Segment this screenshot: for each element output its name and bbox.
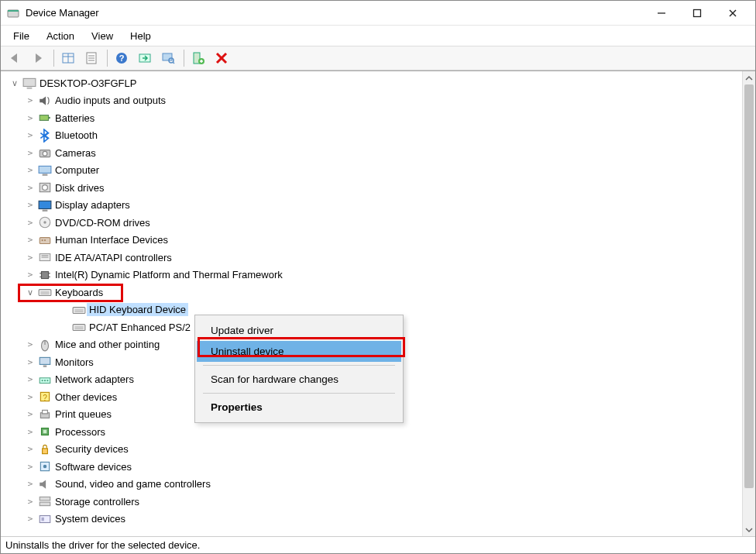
tree-item-label: Security devices [55,443,129,455]
tree-item-label: Disk drives [55,182,105,194]
tree-item[interactable]: Security devices [2,441,741,459]
svg-rect-70 [43,410,48,414]
expand-toggle[interactable] [24,270,36,280]
expand-toggle[interactable] [24,497,36,507]
tree-item[interactable]: Display adapters [2,197,741,215]
back-button[interactable] [4,47,26,69]
tree-item-label: Audio inputs and outputs [55,95,166,106]
expand-toggle[interactable] [24,253,36,263]
expand-toggle[interactable] [24,183,36,193]
expand-toggle[interactable] [24,113,36,123]
minimize-button[interactable] [644,2,679,25]
expand-toggle[interactable] [24,462,36,472]
tree-item-label: System devices [55,513,125,525]
tree-item[interactable]: Computer [2,162,741,180]
show-hidden-button[interactable] [57,47,79,69]
tree-item-label: Processors [55,426,105,438]
forward-button[interactable] [27,47,49,69]
menu-help[interactable]: Help [122,29,160,43]
tree-item[interactable]: DVD/CD-ROM drives [2,214,741,232]
tree-item[interactable]: Human Interface Devices [2,232,741,249]
tree-item[interactable]: IDE ATA/ATAPI controllers [2,249,741,267]
expand-toggle[interactable] [24,339,36,349]
maximize-button[interactable] [679,2,715,25]
scan-hardware-button[interactable] [157,47,179,69]
tree-item[interactable]: Disk drives [2,179,741,197]
app-icon [7,7,19,19]
ctx-update-driver[interactable]: Update driver [197,320,401,341]
svg-point-40 [42,239,43,241]
cpu-icon [38,425,52,438]
expand-toggle[interactable] [24,374,36,384]
scroll-thumb[interactable] [744,84,754,488]
expand-toggle[interactable] [24,235,36,245]
svg-rect-79 [42,518,44,521]
tree-item-label: Software devices [55,461,132,473]
scroll-down-arrow[interactable] [743,523,755,536]
close-button[interactable] [715,2,751,25]
tree-item-label: Bluetooth [55,129,98,141]
svg-text:?: ? [43,394,47,402]
vertical-scrollbar[interactable] [742,71,755,536]
update-driver-button[interactable] [134,47,156,69]
expand-toggle[interactable] [24,357,36,367]
svg-rect-62 [43,366,47,367]
tree-item[interactable]: Batteries [2,109,741,127]
add-legacy-button[interactable] [187,47,209,69]
expand-toggle[interactable] [24,200,36,210]
chip-icon [38,269,52,281]
tree-item[interactable]: Storage controllers [2,493,741,511]
ctx-uninstall-device[interactable]: Uninstall device [197,341,401,362]
ide-icon [38,251,52,263]
uninstall-button[interactable] [211,47,232,69]
expand-toggle[interactable] [24,427,36,437]
menu-view[interactable]: View [84,29,122,43]
tree-item-label: IDE ATA/ATAPI controllers [55,252,172,263]
menu-action[interactable]: Action [39,29,84,43]
toolbar-separator [53,50,54,67]
tree-item-label: Storage controllers [55,496,139,508]
expand-toggle[interactable] [24,148,36,158]
expand-toggle[interactable] [24,444,36,454]
svg-point-34 [43,185,48,191]
expand-toggle[interactable] [24,392,36,402]
tree-item[interactable]: Bluetooth [2,127,741,145]
expand-toggle[interactable] [9,78,21,88]
tree-root[interactable]: DESKTOP-O3FGFLP [2,74,741,92]
tree-item[interactable]: Keyboards [2,284,741,301]
svg-rect-28 [49,117,50,119]
expand-toggle[interactable] [24,409,36,419]
scroll-track[interactable] [743,84,755,523]
svg-rect-31 [39,166,51,173]
tree-item-label: Batteries [55,112,94,124]
tree-item-label: Print queues [55,408,112,420]
expand-toggle[interactable] [24,218,36,228]
properties-button[interactable] [81,47,102,69]
expand-toggle[interactable] [24,130,36,140]
ctx-separator [203,393,395,394]
tree-item[interactable]: Intel(R) Dynamic Platform and Thermal Fr… [2,267,741,284]
tree-item[interactable]: Software devices [2,458,741,476]
tree-item[interactable]: System devices [2,511,741,528]
expand-toggle[interactable] [24,514,36,524]
device-tree[interactable]: DESKTOP-O3FGFLP Audio inputs and outputs… [1,71,742,536]
expand-toggle[interactable] [24,95,36,105]
scroll-up-arrow[interactable] [743,71,755,84]
expand-toggle[interactable] [24,287,36,298]
expand-toggle[interactable] [24,165,36,175]
ctx-scan-hardware[interactable]: Scan for hardware changes [197,369,401,390]
svg-rect-26 [27,88,33,89]
tree-item[interactable]: Processors [2,423,741,441]
tree-item[interactable]: Sound, video and game controllers [2,476,741,494]
ctx-properties[interactable]: Properties [197,397,401,418]
tree-item[interactable]: Audio inputs and outputs [2,92,741,110]
help-button[interactable]: ? [111,47,132,69]
svg-rect-1 [8,10,19,12]
svg-rect-35 [39,201,51,208]
menu-file[interactable]: File [5,29,39,43]
sound-icon [38,478,52,490]
tree-item-label: Display adapters [55,199,130,211]
tree-item[interactable]: Cameras [2,144,741,162]
expand-toggle[interactable] [24,479,36,489]
svg-rect-25 [23,79,36,87]
